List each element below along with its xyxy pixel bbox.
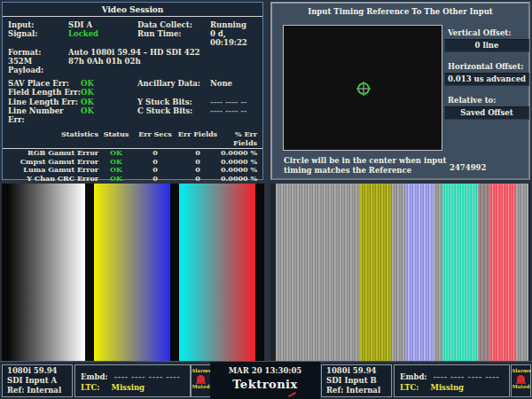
input-b-format: 1080i 59.94 [326,366,387,376]
horizontal-offset-label: Horizontal Offset: [448,62,523,71]
error-status-grid: SAV Place Err: OK Ancillary Data: None F… [3,79,262,124]
stats-header-status: Status [98,129,134,147]
input-a-info-box: 1080i 59.94 SDI Input A Ref: Internal [2,364,73,397]
video-session-title: Video Session [3,3,262,14]
stats-header-err-fields: Err Fields [176,129,219,147]
c-stuck-value: ---- ---- -- [210,106,262,124]
cyan-red-ramp [179,184,255,361]
data-collect-value: Running [210,20,262,29]
spacer [137,88,210,97]
input-timing-tile[interactable]: Input Timing Reference To The Other Inpu… [270,2,530,180]
embd-line: Embd: ---- ---- ---- ---- [400,372,505,382]
alarms-muted-indicator-a: Alarms Muted [191,364,211,397]
input-a-format: 1080i 59.94 [7,366,67,376]
timing-display [283,25,442,151]
sav-place-label: SAV Place Err: [8,79,81,88]
status-bar: 1080i 59.94 SDI Input A Ref: Internal Em… [0,361,532,399]
ltc-value: Missing [430,383,464,392]
payload-label: 352M Payload: [8,57,68,74]
alarms-muted-indicator-b: Alarms Muted [511,364,531,397]
line-length-label: Line Length Err: [8,98,81,106]
data-collect-label: Data Collect: [137,20,210,29]
muted-label: Muted [192,384,210,389]
signal-value: Locked [68,29,137,47]
separator [3,16,262,17]
clock-brand-section: MAR 20 13:30:05 Tektronix [210,362,320,399]
alarms-label: Alarms [192,368,210,373]
input-b-embd-box: Embd: ---- ---- ---- ---- LTC: Missing [394,364,510,397]
picture-ramp-tile[interactable] [2,184,264,361]
muted-label: Muted [512,384,530,389]
stripe-pattern [276,184,528,361]
line-number-value: OK [81,106,137,124]
timing-crosshair-icon [356,81,372,97]
input-a-name: SDI Input A [7,376,67,386]
ancillary-value: None [210,79,262,88]
gray-brown-stripes [478,184,489,361]
red-stripes [489,184,516,361]
session-info-grid: Input: SDI A Data Collect: Running Signa… [3,20,262,74]
input-b-ref: Ref: Internal [326,386,387,395]
gray-stripes [276,184,360,361]
bell-icon [517,375,525,382]
format-label: Format: [8,48,68,57]
tektronix-logo: Tektronix [232,378,298,391]
relative-to-value: Saved Offset [444,106,529,120]
run-time-label: Run Time: [137,29,210,47]
input-b-name: SDI Input B [326,376,387,386]
ltc-label: LTC: [81,383,100,392]
embd-label: Embd: [400,372,427,381]
ltc-value: Missing [111,383,145,392]
stats-header-pct-err-fields: % Err Fields [219,129,257,147]
sav-place-value: OK [81,79,137,88]
teal-stripes [442,184,478,361]
vertical-offset-label: Vertical Offset: [448,28,511,37]
input-a-ref: Ref: Internal [7,386,67,395]
stats-header-err-secs: Err Secs [134,129,176,147]
gray-stripes [434,184,442,361]
timing-note-line2: timing matches the Reference [284,166,446,176]
spacer [210,88,262,97]
picture-stripes-tile[interactable] [270,184,530,361]
bell-icon [197,375,205,382]
timing-title: Input Timing Reference To The Other Inpu… [272,4,528,16]
input-label: Input: [8,20,68,29]
relative-to-label: Relative to: [448,96,496,105]
format-value: Auto 1080i 59.94 – HD SDI 422 [68,48,262,57]
field-length-value: OK [81,88,137,97]
ltc-line: LTC: Missing [400,382,505,393]
stats-header-statistics: Statistics [3,129,98,147]
ancillary-label: Ancillary Data: [137,79,210,88]
grayscale-ramp [7,184,85,361]
date-time: MAR 20 13:30:05 [210,362,320,375]
ltc-line: LTC: Missing [81,382,185,393]
purple-stripes [405,184,434,361]
vertical-offset-value: 0 line [444,39,529,52]
stats-header-row: Statistics Status Err Secs Err Fields % … [3,129,262,147]
line-number-label: Line Number Err: [8,106,81,124]
input-b-info-box: 1080i 59.94 SDI Input B Ref: Internal [321,364,392,397]
alarms-label: Alarms [512,368,530,373]
ltc-label: LTC: [400,383,419,392]
embd-line: Embd: ---- ---- ---- ---- [81,372,185,382]
timing-note-line1: Circle will be in the center when input [284,156,446,166]
embd-label: Embd: [81,372,108,381]
video-session-tile[interactable]: Video Session Input: SDI A Data Collect:… [2,2,263,180]
run-time-value: 0 d, 00:19:22 [210,29,262,47]
timing-note: Circle will be in the center when input … [284,156,446,175]
signal-label: Signal: [8,29,68,47]
yellow-blue-ramp [94,184,170,361]
y-stuck-value: ---- ---- -- [210,98,262,106]
gray-stripes [516,184,528,361]
timing-counter: 2474992 [450,163,486,172]
input-value: SDI A [68,20,137,29]
field-length-label: Field Length Err: [8,88,81,97]
input-a-embd-box: Embd: ---- ---- ---- ---- LTC: Missing [74,364,191,397]
horizontal-offset-value: 0.013 us advanced [444,73,529,86]
olive-stripes [360,184,392,361]
c-stuck-label: C Stuck Bits: [137,106,210,124]
embd-value: ---- ---- ---- ---- [113,372,180,381]
embd-value: ---- ---- ---- ---- [433,372,499,381]
line-length-value: OK [81,98,137,106]
payload-value: 87h 0Ah 01h 02h [68,57,262,74]
